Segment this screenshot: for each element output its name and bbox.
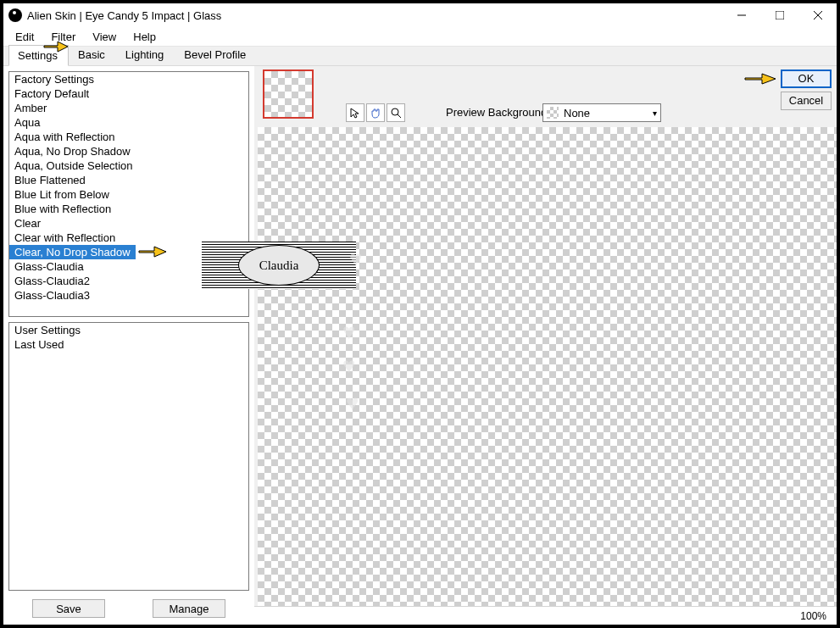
pointing-hand-icon [743, 69, 781, 88]
list-item[interactable]: Blue Lit from Below [9, 187, 248, 202]
menu-view[interactable]: View [84, 29, 125, 45]
close-button[interactable] [798, 3, 837, 27]
list-item[interactable]: Aqua, No Drop Shadow [9, 144, 248, 158]
preview-area: Preview Background: None ▾ OK Cancel [254, 66, 837, 625]
list-item[interactable]: Blue with Reflection [9, 202, 248, 216]
title-bar: Alien Skin | Eye Candy 5 Impact | Glass [3, 3, 837, 27]
preview-background-label: Preview Background: [446, 106, 550, 119]
chevron-down-icon: ▾ [653, 108, 657, 118]
heart-icon: ♥ [342, 319, 355, 345]
ok-button-label: OK [798, 72, 815, 85]
settings-panel: Factory Settings Factory Default Amber A… [3, 66, 254, 625]
preview-canvas[interactable]: Claudia ♥ ♥ ♥ ♥ [258, 127, 837, 606]
list-item[interactable]: Blue Flattened [9, 173, 248, 187]
tab-basic[interactable]: Basic [69, 44, 116, 65]
svg-line-5 [398, 114, 401, 118]
pointing-hand-icon [42, 37, 73, 59]
pointer-tool-icon[interactable] [346, 103, 364, 122]
tab-lighting[interactable]: Lighting [116, 44, 175, 65]
maximize-button[interactable] [760, 3, 798, 27]
list-item[interactable]: Last Used [9, 337, 248, 352]
list-item[interactable]: Clear [9, 216, 248, 231]
tab-bevel-profile[interactable]: Bevel Profile [175, 44, 257, 65]
list-item[interactable]: Factory Default [9, 86, 248, 101]
watermark-text: Claudia [238, 245, 320, 286]
menu-edit[interactable]: Edit [7, 29, 42, 45]
heart-icon: ♥ [346, 390, 359, 416]
list-item-selected[interactable]: Clear, No Drop Shadow [9, 245, 136, 259]
list-item[interactable]: Amber [9, 101, 248, 115]
save-button[interactable]: Save [32, 599, 105, 618]
preview-background-select[interactable]: None ▾ [542, 103, 661, 122]
list-item[interactable]: Aqua, Outside Selection [9, 158, 248, 173]
list-item[interactable]: Glass-Claudia3 [9, 288, 248, 303]
user-settings-list[interactable]: User Settings Last Used [8, 322, 249, 591]
checker-swatch-icon [547, 107, 559, 119]
status-bar: 100% [254, 606, 837, 625]
manage-button[interactable]: Manage [153, 599, 225, 618]
list-item-label: Clear, No Drop Shadow [14, 246, 131, 258]
zoom-level: 100% [800, 610, 826, 622]
app-icon [8, 8, 22, 22]
list-item[interactable]: Aqua with Reflection [9, 130, 248, 144]
list-item[interactable]: User Settings [9, 323, 248, 337]
watermark: Claudia [202, 242, 356, 289]
window-title: Alien Skin | Eye Candy 5 Impact | Glass [27, 9, 221, 22]
list-header: Factory Settings [9, 72, 248, 86]
hand-tool-icon[interactable] [366, 103, 385, 122]
heart-icon: ♥ [349, 246, 362, 272]
pointing-hand-icon [137, 243, 171, 260]
preview-background-value: None [564, 107, 590, 119]
zoom-tool-icon[interactable] [387, 103, 405, 122]
cancel-button[interactable]: Cancel [781, 92, 832, 110]
minimize-button[interactable] [722, 3, 760, 27]
menu-help[interactable]: Help [125, 29, 164, 45]
menu-bar: Edit Filter View Help [3, 27, 837, 46]
svg-point-4 [392, 108, 398, 115]
ok-button[interactable]: OK [781, 69, 832, 88]
list-item[interactable]: Aqua [9, 115, 248, 130]
preview-thumbnail[interactable] [263, 69, 314, 119]
svg-rect-1 [776, 11, 784, 19]
tab-row: Settings Basic Lighting Bevel Profile [3, 46, 837, 66]
heart-icon: ♥ [342, 353, 355, 379]
